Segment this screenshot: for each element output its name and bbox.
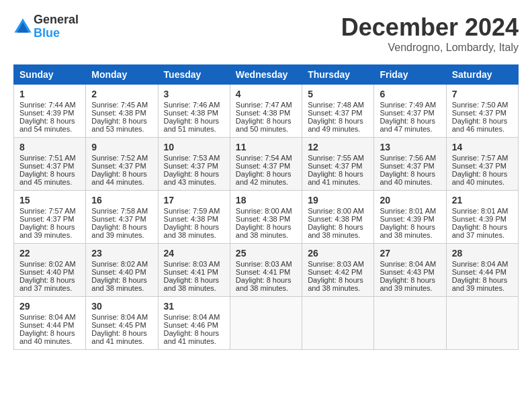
sunset-text: Sunset: 4:37 PM <box>91 162 152 170</box>
daylight-text: Daylight: 8 hours and 41 minutes. <box>308 170 368 186</box>
day-number: 6 <box>380 89 440 99</box>
sunset-text: Sunset: 4:38 PM <box>91 109 152 117</box>
sunset-text: Sunset: 4:38 PM <box>164 215 224 223</box>
sunrise-text: Sunrise: 7:53 AM <box>164 154 224 162</box>
calendar-week-row: 1Sunrise: 7:44 AMSunset: 4:39 PMDaylight… <box>14 85 519 138</box>
logo-blue-text: Blue <box>34 27 79 40</box>
day-number: 10 <box>164 142 224 152</box>
day-number: 20 <box>380 195 440 205</box>
sunrise-text: Sunrise: 8:03 AM <box>308 260 368 268</box>
sunrise-text: Sunrise: 8:04 AM <box>164 313 224 321</box>
daylight-text: Daylight: 8 hours and 42 minutes. <box>236 170 296 186</box>
calendar-day-cell: 27Sunrise: 8:04 AMSunset: 4:43 PMDayligh… <box>374 244 446 297</box>
logo-general-text: General <box>34 13 79 27</box>
day-number: 24 <box>164 248 224 259</box>
daylight-text: Daylight: 8 hours and 50 minutes. <box>236 117 296 133</box>
sunset-text: Sunset: 4:45 PM <box>91 321 152 329</box>
daylight-text: Daylight: 8 hours and 39 minutes. <box>19 223 80 239</box>
sunset-text: Sunset: 4:37 PM <box>19 162 80 170</box>
sunrise-text: Sunrise: 7:54 AM <box>236 154 296 162</box>
daylight-text: Daylight: 8 hours and 37 minutes. <box>452 223 513 239</box>
day-number: 30 <box>91 301 152 312</box>
daylight-text: Daylight: 8 hours and 37 minutes. <box>19 276 80 292</box>
location: Vendrogno, Lombardy, Italy <box>341 42 519 54</box>
calendar-day-cell: 9Sunrise: 7:52 AMSunset: 4:37 PMDaylight… <box>86 138 158 191</box>
header-day: Friday <box>374 65 446 85</box>
daylight-text: Daylight: 8 hours and 38 minutes. <box>308 276 368 292</box>
daylight-text: Daylight: 8 hours and 39 minutes. <box>91 223 152 239</box>
sunset-text: Sunset: 4:37 PM <box>380 109 440 117</box>
calendar-day-cell: 20Sunrise: 8:01 AMSunset: 4:39 PMDayligh… <box>374 191 446 244</box>
calendar-day-cell: 4Sunrise: 7:47 AMSunset: 4:38 PMDaylight… <box>230 85 302 138</box>
sunset-text: Sunset: 4:37 PM <box>452 162 513 170</box>
sunrise-text: Sunrise: 8:01 AM <box>380 207 440 215</box>
daylight-text: Daylight: 8 hours and 40 minutes. <box>452 170 513 186</box>
sunset-text: Sunset: 4:38 PM <box>308 215 368 223</box>
sunset-text: Sunset: 4:39 PM <box>19 109 80 117</box>
day-number: 14 <box>452 142 513 152</box>
sunset-text: Sunset: 4:37 PM <box>91 215 152 223</box>
day-number: 25 <box>236 248 296 259</box>
sunrise-text: Sunrise: 8:03 AM <box>164 260 224 268</box>
calendar-day-cell <box>230 297 302 350</box>
day-number: 16 <box>91 195 152 205</box>
calendar-day-cell: 30Sunrise: 8:04 AMSunset: 4:45 PMDayligh… <box>86 297 158 350</box>
calendar-week-row: 22Sunrise: 8:02 AMSunset: 4:40 PMDayligh… <box>14 244 519 297</box>
header-day: Thursday <box>302 65 374 85</box>
calendar-day-cell: 2Sunrise: 7:45 AMSunset: 4:38 PMDaylight… <box>86 85 158 138</box>
calendar-day-cell: 26Sunrise: 8:03 AMSunset: 4:42 PMDayligh… <box>302 244 374 297</box>
daylight-text: Daylight: 8 hours and 38 minutes. <box>164 276 224 292</box>
sunset-text: Sunset: 4:42 PM <box>308 268 368 276</box>
day-number: 17 <box>164 195 224 205</box>
calendar-day-cell: 7Sunrise: 7:50 AMSunset: 4:37 PMDaylight… <box>446 85 518 138</box>
daylight-text: Daylight: 8 hours and 38 minutes. <box>164 223 224 239</box>
calendar-day-cell: 11Sunrise: 7:54 AMSunset: 4:37 PMDayligh… <box>230 138 302 191</box>
sunrise-text: Sunrise: 8:00 AM <box>308 207 368 215</box>
header-day: Tuesday <box>158 65 230 85</box>
calendar-day-cell: 13Sunrise: 7:56 AMSunset: 4:37 PMDayligh… <box>374 138 446 191</box>
calendar-day-cell: 3Sunrise: 7:46 AMSunset: 4:38 PMDaylight… <box>158 85 230 138</box>
daylight-text: Daylight: 8 hours and 38 minutes. <box>308 223 368 239</box>
calendar-day-cell: 21Sunrise: 8:01 AMSunset: 4:39 PMDayligh… <box>446 191 518 244</box>
day-number: 5 <box>308 89 368 99</box>
sunset-text: Sunset: 4:39 PM <box>380 215 440 223</box>
day-number: 4 <box>236 89 296 99</box>
daylight-text: Daylight: 8 hours and 47 minutes. <box>380 117 440 133</box>
daylight-text: Daylight: 8 hours and 39 minutes. <box>380 276 440 292</box>
day-number: 8 <box>19 142 80 152</box>
sunset-text: Sunset: 4:43 PM <box>380 268 440 276</box>
daylight-text: Daylight: 8 hours and 38 minutes. <box>380 223 440 239</box>
day-number: 11 <box>236 142 296 152</box>
day-number: 13 <box>380 142 440 152</box>
day-number: 26 <box>308 248 368 259</box>
day-number: 19 <box>308 195 368 205</box>
sunrise-text: Sunrise: 8:03 AM <box>236 260 296 268</box>
calendar-day-cell: 6Sunrise: 7:49 AMSunset: 4:37 PMDaylight… <box>374 85 446 138</box>
sunset-text: Sunset: 4:44 PM <box>452 268 513 276</box>
calendar-day-cell: 18Sunrise: 8:00 AMSunset: 4:38 PMDayligh… <box>230 191 302 244</box>
header-day: Monday <box>86 65 158 85</box>
sunset-text: Sunset: 4:37 PM <box>452 109 513 117</box>
sunrise-text: Sunrise: 7:52 AM <box>91 154 152 162</box>
sunrise-text: Sunrise: 7:44 AM <box>19 101 80 109</box>
calendar-table: SundayMondayTuesdayWednesdayThursdayFrid… <box>13 64 519 350</box>
sunrise-text: Sunrise: 8:01 AM <box>452 207 513 215</box>
calendar-day-cell: 10Sunrise: 7:53 AMSunset: 4:37 PMDayligh… <box>158 138 230 191</box>
daylight-text: Daylight: 8 hours and 53 minutes. <box>91 117 152 133</box>
calendar-day-cell: 23Sunrise: 8:02 AMSunset: 4:40 PMDayligh… <box>86 244 158 297</box>
sunrise-text: Sunrise: 7:47 AM <box>236 101 296 109</box>
daylight-text: Daylight: 8 hours and 43 minutes. <box>164 170 224 186</box>
sunset-text: Sunset: 4:44 PM <box>19 321 80 329</box>
page-header: General Blue December 2024 Vendrogno, Lo… <box>13 13 519 54</box>
header-row: SundayMondayTuesdayWednesdayThursdayFrid… <box>14 65 519 85</box>
sunrise-text: Sunrise: 7:59 AM <box>164 207 224 215</box>
calendar-day-cell: 31Sunrise: 8:04 AMSunset: 4:46 PMDayligh… <box>158 297 230 350</box>
sunset-text: Sunset: 4:38 PM <box>164 109 224 117</box>
sunrise-text: Sunrise: 8:00 AM <box>236 207 296 215</box>
sunrise-text: Sunrise: 8:04 AM <box>91 313 152 321</box>
header-day: Saturday <box>446 65 518 85</box>
sunset-text: Sunset: 4:46 PM <box>164 321 224 329</box>
sunrise-text: Sunrise: 7:58 AM <box>91 207 152 215</box>
sunset-text: Sunset: 4:40 PM <box>91 268 152 276</box>
calendar-day-cell: 24Sunrise: 8:03 AMSunset: 4:41 PMDayligh… <box>158 244 230 297</box>
